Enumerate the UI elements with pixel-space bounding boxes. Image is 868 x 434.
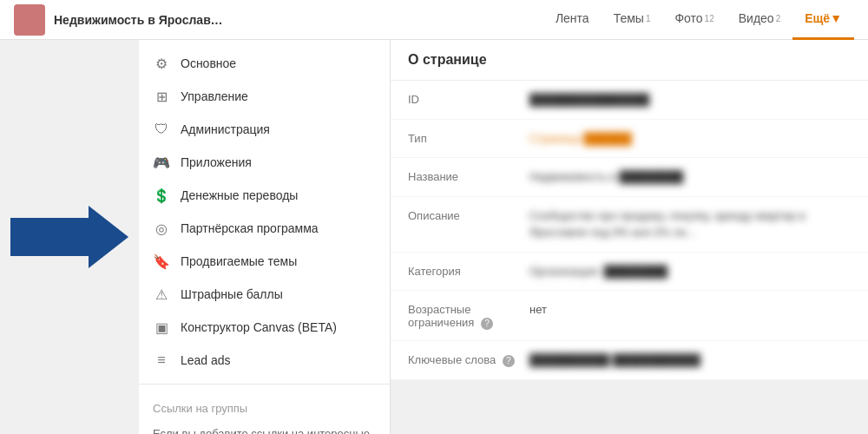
sidebar-item-canvas[interactable]: ▣ Конструктор Canvas (BETA) <box>139 311 390 344</box>
arrow-head <box>89 206 128 268</box>
page-name: Недвижимость в Ярославле и ... <box>54 13 227 27</box>
info-value-kategoriya: Организация: ████████ <box>529 263 851 280</box>
sidebar-item-denezhnye[interactable]: 💲 Денежные переводы <box>139 179 390 212</box>
info-label-id: ID <box>408 91 529 106</box>
info-label-klyuchevye: Ключевые слова ? <box>408 352 529 367</box>
sidebar-item-administraciya[interactable]: 🛡 Администрация <box>139 113 390 146</box>
sidebar-main-section: ⚙ Основное ⊞ Управление 🛡 Администрация … <box>139 40 390 385</box>
tab-temy[interactable]: Темы1 <box>602 0 663 40</box>
info-value-opisanie: Сообщество про продажу, покупку, аренду … <box>529 207 851 241</box>
page-avatar <box>14 4 45 36</box>
info-value-klyuchevye: ██████████ ███████████ <box>529 352 851 369</box>
nav-tabs: Лента Темы1 Фото12 Видео2 Ещё ▼ <box>543 0 854 40</box>
sliders-icon: ⊞ <box>153 88 170 105</box>
info-row-opisanie: Описание Сообщество про продажу, покупку… <box>391 197 868 253</box>
sidebar: ⚙ Основное ⊞ Управление 🛡 Администрация … <box>139 40 391 434</box>
sidebar-item-osnovnoe[interactable]: ⚙ Основное <box>139 47 390 80</box>
info-value-nazvanie: Недвижимость в ████████ <box>529 168 851 186</box>
sidebar-links-section: Ссылки на группы Если вы добавите ссылки… <box>139 385 390 434</box>
bookmark-icon: 🔖 <box>153 253 170 270</box>
info-card-title: О странице <box>391 40 868 81</box>
info-row-kategoriya: Категория Организация: ████████ <box>391 253 868 292</box>
money-icon: 💲 <box>153 187 170 204</box>
main-content: ⚙ Основное ⊞ Управление 🛡 Администрация … <box>0 40 868 434</box>
shield-icon: 🛡 <box>153 121 170 138</box>
arrow-shape <box>10 206 128 268</box>
tab-esche[interactable]: Ещё ▼ <box>792 0 854 40</box>
arrow-body <box>10 218 89 256</box>
sidebar-item-prodvigaemye[interactable]: 🔖 Продвигаемые темы <box>139 245 390 278</box>
info-label-nazvanie: Название <box>408 168 529 183</box>
right-panel: О странице ID ███████████████ Тип Страни… <box>391 40 868 434</box>
sidebar-item-partnerskaya[interactable]: ◎ Партнёрская программа <box>139 212 390 245</box>
info-card: О странице ID ███████████████ Тип Страни… <box>391 40 868 380</box>
info-label-opisanie: Описание <box>408 207 529 222</box>
info-row-klyuchevye: Ключевые слова ? ██████████ ███████████ <box>391 341 868 380</box>
tab-lenta[interactable]: Лента <box>543 0 602 40</box>
warning-icon: ⚠ <box>153 286 170 303</box>
sidebar-group-title: Ссылки на группы <box>139 391 390 420</box>
info-row-nazvanie: Название Недвижимость в ████████ <box>391 158 868 197</box>
sidebar-group-text: Если вы добавите ссылки на интересные гр… <box>139 420 390 434</box>
lead-ads-icon: ≡ <box>153 352 170 369</box>
sidebar-item-lead-ads[interactable]: ≡ Lead ads <box>139 344 390 377</box>
canvas-icon: ▣ <box>153 319 170 336</box>
info-label-vozrastnye: Возрастные ограничения ? <box>408 301 529 330</box>
gear-icon: ⚙ <box>153 55 170 72</box>
info-label-kategoriya: Категория <box>408 263 529 278</box>
sidebar-item-prilozheniya[interactable]: 🎮 Приложения <box>139 146 390 179</box>
page-info: Недвижимость в Ярославле и ... <box>14 4 543 36</box>
partner-icon: ◎ <box>153 220 170 237</box>
top-bar: Недвижимость в Ярославле и ... Лента Тем… <box>0 0 868 40</box>
vozrastnye-help-icon[interactable]: ? <box>481 318 493 330</box>
sidebar-item-shtrafnye[interactable]: ⚠ Штрафные баллы <box>139 278 390 311</box>
klyuchevye-help-icon[interactable]: ? <box>503 355 515 367</box>
sidebar-item-upravlenie[interactable]: ⊞ Управление <box>139 80 390 113</box>
tab-foto[interactable]: Фото12 <box>662 0 726 40</box>
gamepad-icon: 🎮 <box>153 154 170 171</box>
tab-video[interactable]: Видео2 <box>727 0 792 40</box>
info-value-id: ███████████████ <box>529 91 851 108</box>
arrow-area <box>0 40 139 434</box>
info-row-vozrastnye: Возрастные ограничения ? нет <box>391 291 868 341</box>
info-value-tip: Страница ██████ <box>529 130 851 148</box>
info-row-tip: Тип Страница ██████ <box>391 120 868 159</box>
info-row-id: ID ███████████████ <box>391 81 868 120</box>
info-value-vozrastnye: нет <box>529 301 851 319</box>
info-label-tip: Тип <box>408 130 529 145</box>
